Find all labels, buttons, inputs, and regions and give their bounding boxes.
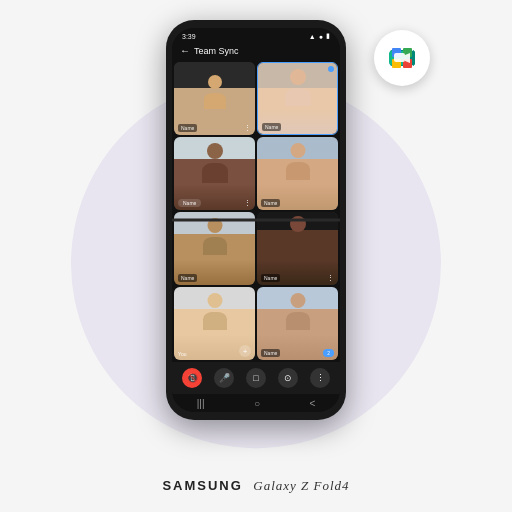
cell-3-name-badge: Name	[178, 199, 201, 207]
google-meet-logo	[374, 30, 430, 86]
notification-dot-2	[328, 66, 334, 72]
svg-rect-10	[394, 53, 405, 62]
cell-6-more[interactable]: ⋮	[327, 274, 334, 282]
call-controls: 📵 🎤 □ ⊙ ⋮	[172, 362, 340, 394]
cell-7-you-label: You	[178, 351, 186, 357]
more-icon: ⋮	[316, 373, 325, 383]
end-call-icon: 📵	[187, 373, 198, 383]
cell-7-add-button[interactable]: +	[239, 345, 251, 357]
meet-logo-inner	[386, 42, 418, 74]
meet-color-logo	[387, 43, 417, 73]
wifi-icon: ▲	[309, 33, 316, 40]
back-icon[interactable]: <	[309, 398, 315, 409]
video-grid: Name ⋮ Name	[172, 60, 340, 362]
cell-4-label: Name	[261, 199, 280, 207]
status-icons: ▲ ● ▮	[309, 32, 330, 40]
video-cell-2[interactable]: Name	[257, 62, 338, 135]
share-icon: ⊙	[284, 373, 292, 383]
samsung-text-area: SAMSUNG Galaxy Z Fold4	[162, 476, 349, 494]
video-cell-7[interactable]: You +	[174, 287, 255, 360]
microphone-icon: 🎤	[219, 373, 230, 383]
call-header: ← Team Sync	[172, 42, 340, 60]
share-button[interactable]: ⊙	[278, 368, 298, 388]
cell-5-label: Name	[178, 274, 197, 282]
video-cell-6[interactable]: Name ⋮	[257, 212, 338, 285]
samsung-brand-text: SAMSUNG Galaxy Z Fold4	[162, 476, 349, 494]
cell-3-badge-text: Name	[183, 200, 196, 206]
phone-device: 3:39 ▲ ● ▮ ← Team Sync	[166, 20, 346, 420]
video-cell-5[interactable]: Name	[174, 212, 255, 285]
camera-icon: □	[253, 373, 258, 383]
home-icon[interactable]: ○	[254, 398, 260, 409]
video-cell-1[interactable]: Name ⋮	[174, 62, 255, 135]
end-call-button[interactable]: 📵	[182, 368, 202, 388]
call-title: Team Sync	[194, 46, 239, 56]
battery-icon: ▮	[326, 32, 330, 40]
fold-crease	[172, 219, 340, 222]
video-cell-4[interactable]: Name	[257, 137, 338, 210]
status-time: 3:39	[182, 33, 196, 40]
recent-apps-icon[interactable]: |||	[197, 398, 205, 409]
back-arrow-icon[interactable]: ←	[180, 45, 190, 56]
more-options-button[interactable]: ⋮	[310, 368, 330, 388]
cell-2-label: Name	[262, 123, 281, 131]
cell-1-more[interactable]: ⋮	[244, 124, 251, 132]
nav-bar: ||| ○ <	[172, 394, 340, 412]
camera-button[interactable]: □	[246, 368, 266, 388]
video-cell-3[interactable]: Name ⋮	[174, 137, 255, 210]
scene: 3:39 ▲ ● ▮ ← Team Sync	[0, 0, 512, 512]
signal-icon: ●	[319, 33, 323, 40]
video-cell-8[interactable]: Name 2	[257, 287, 338, 360]
status-bar: 3:39 ▲ ● ▮	[172, 28, 340, 42]
cell-6-label: Name	[261, 274, 280, 282]
cell-3-more[interactable]: ⋮	[244, 199, 251, 207]
phone-outer-shell: 3:39 ▲ ● ▮ ← Team Sync	[166, 20, 346, 420]
cell-8-label: Name	[261, 349, 280, 357]
cell-8-chat-count: 2	[327, 350, 330, 356]
phone-screen: 3:39 ▲ ● ▮ ← Team Sync	[172, 28, 340, 412]
mute-button[interactable]: 🎤	[214, 368, 234, 388]
cell-1-label: Name	[178, 124, 197, 132]
